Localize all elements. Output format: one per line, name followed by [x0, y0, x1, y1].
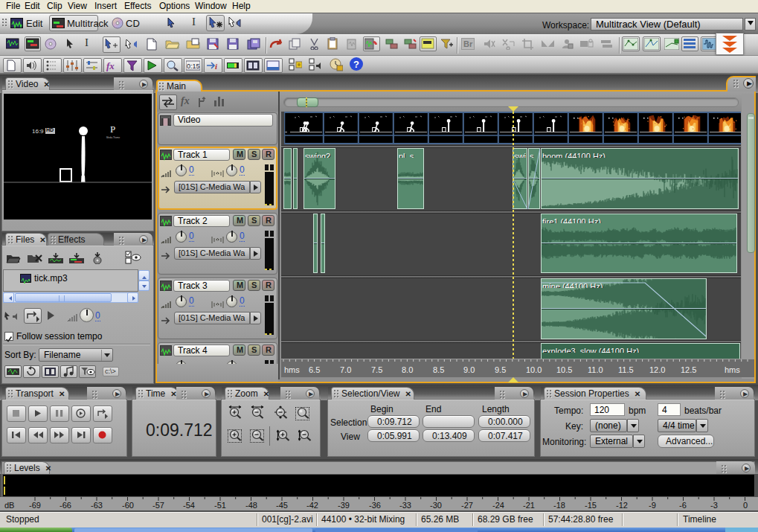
svg-text:7.0: 7.0 [340, 365, 351, 374]
svg-text:8.5: 8.5 [433, 365, 444, 374]
svg-text:0: 0 [743, 501, 748, 510]
svg-text:11.0: 11.0 [588, 365, 603, 374]
svg-text:fx: fx [106, 60, 115, 71]
svg-text:-36: -36 [369, 501, 381, 510]
svg-text:-21: -21 [523, 501, 535, 510]
svg-text:-30: -30 [430, 501, 442, 510]
svg-text:-63: -63 [91, 501, 103, 510]
svg-text:-48: -48 [245, 501, 257, 510]
svg-text:?: ? [353, 59, 359, 70]
svg-text:i: i [215, 62, 218, 71]
svg-text:dB: dB [4, 501, 14, 510]
svg-text:hms: hms [725, 365, 740, 374]
svg-text:-57: -57 [152, 501, 164, 510]
svg-text:0:15: 0:15 [187, 63, 200, 70]
svg-text:12.0: 12.0 [649, 365, 665, 374]
svg-text:10.0: 10.0 [526, 365, 542, 374]
svg-text:11.5: 11.5 [618, 365, 634, 374]
svg-text:-18: -18 [553, 501, 565, 510]
svg-text:-60: -60 [122, 501, 134, 510]
svg-text:-6: -6 [679, 501, 687, 510]
svg-text:hms: hms [284, 365, 300, 374]
svg-text:9.0: 9.0 [463, 365, 475, 374]
svg-text:12.5: 12.5 [681, 365, 696, 374]
svg-text:Media Theme: Media Theme [106, 136, 121, 139]
svg-text:-69: -69 [29, 501, 41, 510]
svg-text:-42: -42 [306, 501, 318, 510]
svg-text:8.0: 8.0 [402, 365, 413, 374]
svg-text:-54: -54 [183, 501, 195, 510]
svg-text:7.5: 7.5 [371, 365, 382, 374]
svg-text:-15: -15 [585, 501, 597, 510]
svg-text:-39: -39 [338, 501, 350, 510]
svg-text:-3: -3 [710, 501, 718, 510]
svg-text:-51: -51 [214, 501, 226, 510]
svg-text:-24: -24 [492, 501, 504, 510]
svg-text:6.5: 6.5 [309, 365, 320, 374]
svg-text:-27: -27 [461, 501, 473, 510]
svg-text:P: P [110, 124, 115, 135]
svg-text:10.5: 10.5 [556, 365, 572, 374]
svg-text:-9: -9 [649, 501, 656, 510]
svg-text:-33: -33 [399, 501, 411, 510]
svg-text:9.5: 9.5 [495, 365, 506, 374]
svg-text:-45: -45 [276, 501, 288, 510]
svg-text:-12: -12 [616, 501, 628, 510]
svg-text:-66: -66 [60, 501, 71, 510]
